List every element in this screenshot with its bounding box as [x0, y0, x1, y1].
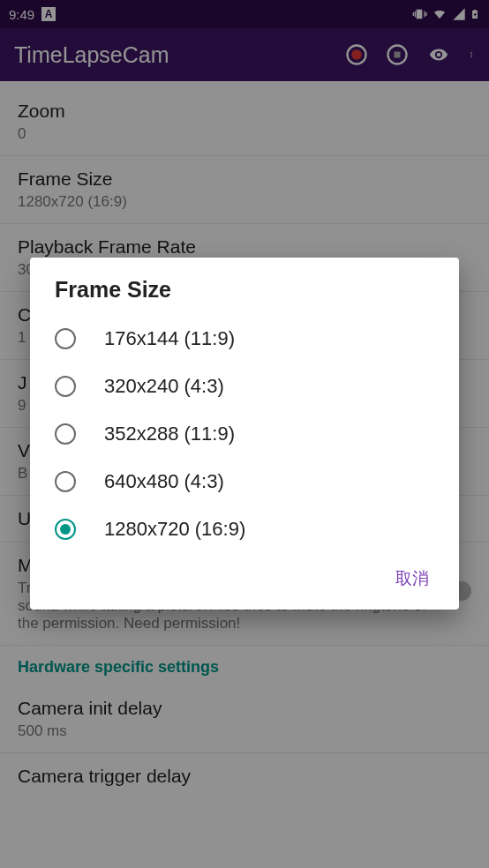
- radio-label: 176x144 (11:9): [104, 327, 235, 350]
- frame-size-dialog: Frame Size 176x144 (11:9) 320x240 (4:3) …: [30, 258, 459, 610]
- radio-icon: [55, 423, 76, 445]
- radio-label: 640x480 (4:3): [104, 470, 224, 493]
- cancel-button[interactable]: 取消: [387, 560, 438, 597]
- radio-icon: [55, 376, 76, 397]
- radio-icon: [55, 519, 76, 540]
- radio-label: 352x288 (11:9): [104, 423, 235, 445]
- radio-icon: [55, 328, 76, 349]
- dialog-title: Frame Size: [30, 258, 459, 315]
- radio-option-1[interactable]: 320x240 (4:3): [30, 363, 459, 410]
- radio-label: 1280x720 (16:9): [104, 518, 245, 541]
- radio-option-3[interactable]: 640x480 (4:3): [30, 458, 459, 505]
- radio-option-0[interactable]: 176x144 (11:9): [30, 315, 459, 363]
- radio-option-4[interactable]: 1280x720 (16:9): [30, 505, 459, 553]
- radio-label: 320x240 (4:3): [104, 375, 224, 398]
- radio-icon: [55, 471, 76, 492]
- radio-option-2[interactable]: 352x288 (11:9): [30, 410, 459, 458]
